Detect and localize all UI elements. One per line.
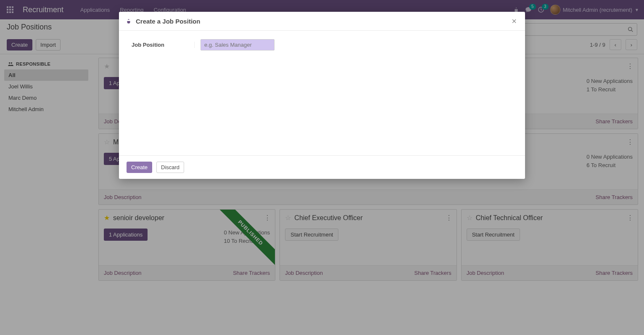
job-position-label: Job Position <box>132 42 195 48</box>
modal-create-button[interactable]: Create <box>127 162 152 173</box>
bug-icon[interactable] <box>126 18 132 24</box>
modal-overlay: Create a Job Position × Job Position Cre… <box>0 0 644 335</box>
modal-body: Job Position <box>119 31 525 155</box>
modal-discard-button[interactable]: Discard <box>156 162 184 173</box>
close-icon[interactable]: × <box>510 17 518 25</box>
job-position-input[interactable] <box>201 39 274 51</box>
create-job-modal: Create a Job Position × Job Position Cre… <box>119 12 525 179</box>
modal-title: Create a Job Position <box>136 18 510 25</box>
modal-header: Create a Job Position × <box>119 12 525 31</box>
modal-footer: Create Discard <box>119 155 525 179</box>
